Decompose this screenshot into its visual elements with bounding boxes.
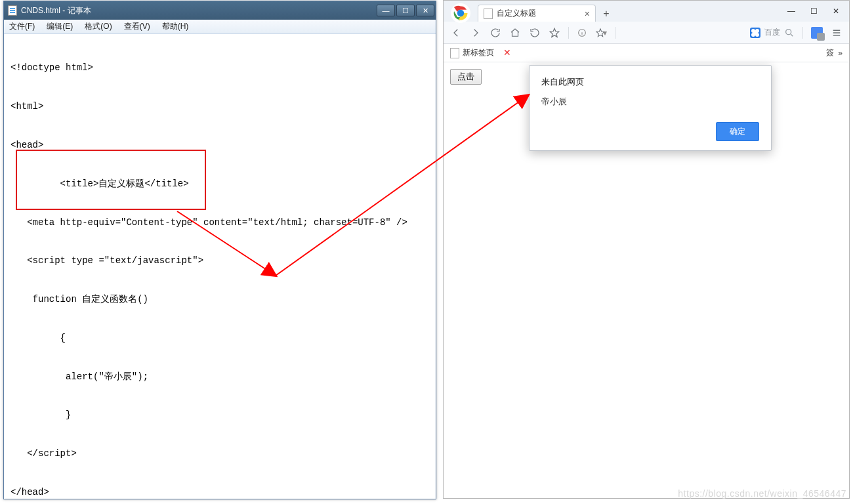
code-line: } (10, 406, 429, 425)
browser-window: 自定义标题 × + ▾ 百度 新标 (443, 0, 850, 499)
code-line: </script> (10, 444, 429, 463)
alert-title: 来自此网页 (541, 76, 759, 88)
menu-file[interactable]: 文件(F) (7, 20, 37, 33)
minimize-button[interactable] (781, 3, 802, 19)
menu-format[interactable]: 格式(O) (82, 20, 114, 33)
close-button[interactable]: ✕ (416, 5, 434, 16)
bookmark-item-newtab[interactable]: 新标签页 (450, 47, 494, 58)
bookmarks-overflow-button[interactable]: » (838, 49, 843, 58)
separator (615, 27, 615, 39)
code-line: alert("帝小辰"); (10, 368, 429, 387)
overflow-indicator-icon: 簽 (826, 47, 834, 58)
bookmark-item-color[interactable] (503, 48, 514, 58)
separator (568, 27, 569, 39)
alert-message: 帝小辰 (541, 96, 759, 108)
menu-view[interactable]: 查看(V) (121, 20, 153, 33)
close-button[interactable] (825, 3, 846, 19)
bookmark-label: 新标签页 (463, 47, 494, 58)
tab-label: 自定义标题 (497, 8, 581, 19)
browser-titlebar[interactable]: 自定义标题 × + (444, 1, 849, 22)
app-icon (503, 48, 514, 58)
search-box[interactable]: 百度 (750, 27, 795, 38)
back-button[interactable] (450, 27, 462, 39)
browser-tab[interactable]: 自定义标题 × (478, 5, 596, 22)
browser-logo-icon (449, 1, 472, 25)
tab-close-button[interactable]: × (585, 9, 590, 18)
alert-ok-button[interactable]: 确定 (716, 122, 759, 141)
menu-edit[interactable]: 编辑(E) (44, 20, 75, 33)
maximize-button[interactable]: ☐ (396, 5, 415, 16)
bookmarks-bar: 新标签页 簽 » (444, 44, 849, 62)
minimize-button[interactable]: — (377, 5, 395, 16)
menu-help[interactable]: 帮助(H) (159, 20, 192, 33)
code-line: <html> (10, 97, 429, 116)
baidu-icon (750, 28, 760, 38)
favorite-star-button[interactable]: ▾ (595, 27, 607, 39)
code-line: <head> (10, 136, 429, 155)
page-icon (450, 48, 459, 58)
restore-tab-button[interactable] (529, 27, 541, 39)
separator (802, 27, 803, 39)
code-line: <title>自定义标题</title> (10, 175, 429, 194)
home-button[interactable] (509, 27, 521, 39)
page-icon (484, 9, 493, 19)
code-line: <script type ="text/javascript"> (10, 251, 429, 270)
reload-button[interactable] (489, 27, 501, 39)
code-line: function 自定义函数名() (10, 290, 429, 309)
forward-button[interactable] (470, 27, 482, 39)
code-line: <!doctype html> (10, 58, 429, 77)
svg-marker-3 (550, 28, 559, 37)
site-info-button[interactable] (577, 28, 587, 38)
code-line: <meta http-equiv="Content-type" content=… (10, 213, 429, 232)
new-tab-button[interactable]: + (598, 6, 614, 22)
page-click-button[interactable]: 点击 (450, 69, 482, 85)
svg-line-9 (791, 34, 793, 36)
code-line: </head> (10, 483, 429, 499)
notepad-title: CNDS.html - 记事本 (21, 5, 377, 16)
code-line: { (10, 329, 429, 348)
bookmark-button[interactable] (549, 27, 560, 39)
notepad-window: CNDS.html - 记事本 — ☐ ✕ 文件(F) 编辑(E) 格式(O) … (3, 1, 436, 499)
watermark-text: https://blog.csdn.net/weixin_46546447 (678, 488, 846, 499)
browser-toolbar: ▾ 百度 (444, 22, 849, 44)
document-icon (8, 5, 17, 16)
notepad-text-area[interactable]: <!doctype html> <html> <head> <title>自定义… (4, 34, 436, 499)
notepad-titlebar[interactable]: CNDS.html - 记事本 — ☐ ✕ (4, 1, 436, 20)
maximize-button[interactable] (803, 3, 824, 19)
notepad-menu-bar: 文件(F) 编辑(E) 格式(O) 查看(V) 帮助(H) (4, 20, 436, 34)
page-content: 点击 来自此网页 帝小辰 确定 (444, 62, 849, 91)
translate-icon[interactable] (811, 27, 823, 39)
js-alert-dialog: 来自此网页 帝小辰 确定 (529, 65, 772, 151)
svg-point-8 (786, 29, 791, 34)
menu-button[interactable] (831, 27, 843, 39)
search-placeholder: 百度 (764, 27, 780, 38)
